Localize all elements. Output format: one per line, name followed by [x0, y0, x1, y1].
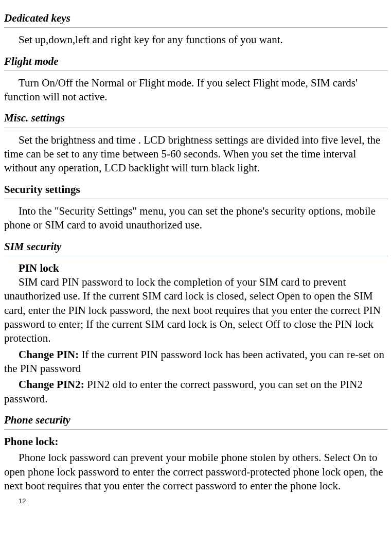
- label-change-pin: Change PIN:: [19, 348, 79, 361]
- body-flight-mode: Turn On/Off the Normal or Flight mode. I…: [4, 76, 388, 104]
- body-dedicated-keys: Set up,down,left and right key for any f…: [4, 33, 388, 47]
- label-phone-lock: Phone lock:: [4, 435, 388, 449]
- label-pin-lock: PIN lock: [4, 261, 388, 275]
- body-phone-lock: Phone lock password can prevent your mob…: [4, 451, 388, 493]
- heading-dedicated-keys: Dedicated keys: [4, 11, 388, 28]
- body-security-settings: Into the "Security Settings" menu, you c…: [4, 204, 388, 233]
- page-number: 12: [19, 497, 388, 506]
- row-change-pin2: Change PIN2: PIN2 old to enter the corre…: [4, 378, 388, 406]
- heading-sim-security: SIM security: [4, 240, 388, 256]
- row-change-pin: Change PIN: If the current PIN password …: [4, 348, 388, 376]
- heading-phone-security: Phone security: [4, 413, 388, 430]
- heading-misc-settings: Misc. settings: [4, 111, 388, 128]
- heading-security-settings: Security settings: [4, 183, 388, 199]
- body-misc-settings: Set the brightness and time . LCD bright…: [4, 133, 388, 175]
- body-pin-lock: SIM card PIN password to lock the comple…: [4, 275, 388, 345]
- label-change-pin2: Change PIN2:: [19, 378, 84, 391]
- heading-flight-mode: Flight mode: [4, 55, 388, 71]
